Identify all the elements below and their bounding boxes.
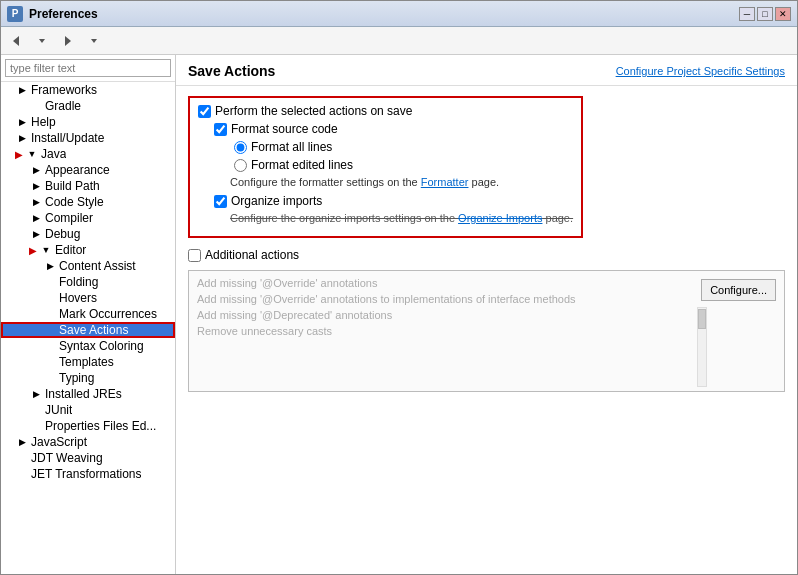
sidebar-item-appearance[interactable]: ▶ Appearance (1, 162, 175, 178)
list-item: Add missing '@Deprecated' annotations (197, 307, 685, 323)
sidebar-item-hovers[interactable]: Hovers (1, 290, 175, 306)
sidebar-item-mark-occurrences[interactable]: Mark Occurrences (1, 306, 175, 322)
organize-imports-link[interactable]: Organize Imports (458, 212, 542, 224)
sidebar-item-code-style[interactable]: ▶ Code Style (1, 194, 175, 210)
sidebar-item-compiler[interactable]: ▶ Compiler (1, 210, 175, 226)
expand-java-icon[interactable]: ▼ (25, 147, 39, 161)
sidebar-item-editor[interactable]: ▶ ▼ Editor (1, 242, 175, 258)
sidebar-item-junit[interactable]: JUnit (1, 402, 175, 418)
sidebar-item-content-assist[interactable]: ▶ Content Assist (1, 258, 175, 274)
sidebar-item-folding[interactable]: Folding (1, 274, 175, 290)
format-all-radio[interactable] (234, 141, 247, 154)
sidebar-item-debug[interactable]: ▶ Debug (1, 226, 175, 242)
additional-actions-label: Additional actions (205, 248, 299, 262)
list-items-area: Add missing '@Override' annotations Add … (189, 271, 693, 391)
perform-label: Perform the selected actions on save (215, 104, 412, 118)
configure-button[interactable]: Configure... (701, 279, 776, 301)
expand-typing-icon (43, 371, 57, 385)
list-item: Add missing '@Override' annotations to i… (197, 291, 685, 307)
perform-checkbox-row: Perform the selected actions on save (198, 104, 573, 118)
configure-btn-area: Configure... (693, 271, 784, 391)
expand-debug-icon[interactable]: ▶ (29, 227, 43, 241)
organize-imports-label: Organize imports (231, 194, 322, 208)
additional-actions-row: Additional actions (188, 248, 785, 262)
forward-dropdown-button[interactable] (83, 30, 105, 52)
sidebar-item-templates[interactable]: Templates (1, 354, 175, 370)
list-scrollbar[interactable] (697, 307, 707, 387)
java-collapse-arrow: ▶ (15, 149, 23, 160)
expand-jres-icon[interactable]: ▶ (29, 387, 43, 401)
sidebar-item-gradle[interactable]: Gradle (1, 98, 175, 114)
expand-hovers-icon (43, 291, 57, 305)
expand-build-icon[interactable]: ▶ (29, 179, 43, 193)
expand-compiler-icon[interactable]: ▶ (29, 211, 43, 225)
format-edited-radio[interactable] (234, 159, 247, 172)
titlebar: P Preferences ─ □ ✕ (1, 1, 797, 27)
svg-marker-1 (39, 39, 45, 43)
organize-imports-row: Organize imports (214, 194, 573, 208)
preferences-window: P Preferences ─ □ ✕ ▶ (0, 0, 798, 575)
minimize-button[interactable]: ─ (739, 7, 755, 21)
formatter-link[interactable]: Formatter (421, 176, 469, 188)
expand-appearance-icon[interactable]: ▶ (29, 163, 43, 177)
format-all-label: Format all lines (251, 140, 332, 154)
sidebar-item-jet-transformations[interactable]: JET Transformations (1, 466, 175, 482)
list-item: Add missing '@Override' annotations (197, 275, 685, 291)
back-dropdown-button[interactable] (31, 30, 53, 52)
expand-code-style-icon[interactable]: ▶ (29, 195, 43, 209)
forward-button[interactable] (57, 30, 79, 52)
list-body: Add missing '@Override' annotations Add … (189, 271, 784, 391)
format-source-label: Format source code (231, 122, 338, 136)
filter-input[interactable] (5, 59, 171, 77)
format-edited-label: Format edited lines (251, 158, 353, 172)
maximize-button[interactable]: □ (757, 7, 773, 21)
sidebar-item-javascript[interactable]: ▶ JavaScript (1, 434, 175, 450)
sidebar-item-java[interactable]: ▶ ▼ Java (1, 146, 175, 162)
sidebar-item-properties[interactable]: Properties Files Ed... (1, 418, 175, 434)
expand-javascript-icon[interactable]: ▶ (15, 435, 29, 449)
configure-project-link[interactable]: Configure Project Specific Settings (616, 65, 785, 77)
expand-gradle-icon (29, 99, 43, 113)
sidebar: ▶ Frameworks Gradle ▶ Help ▶ Install/Upd… (1, 55, 176, 574)
formatter-text-row: Configure the formatter settings on the … (230, 176, 573, 188)
additional-actions-list: Add missing '@Override' annotations Add … (188, 270, 785, 392)
sidebar-item-build-path[interactable]: ▶ Build Path (1, 178, 175, 194)
sidebar-item-jdt-weaving[interactable]: JDT Weaving (1, 450, 175, 466)
expand-junit-icon (29, 403, 43, 417)
format-source-row: Format source code (214, 122, 573, 136)
expand-save-actions-icon (43, 323, 57, 337)
app-icon: P (7, 6, 23, 22)
back-button[interactable] (5, 30, 27, 52)
perform-section-box: Perform the selected actions on save For… (188, 96, 583, 238)
sidebar-item-help[interactable]: ▶ Help (1, 114, 175, 130)
content-header: Save Actions Configure Project Specific … (176, 55, 797, 86)
expand-editor-icon[interactable]: ▼ (39, 243, 53, 257)
expand-syntax-icon (43, 339, 57, 353)
close-button[interactable]: ✕ (775, 7, 791, 21)
sidebar-item-save-actions[interactable]: Save Actions (1, 322, 175, 338)
perform-checkbox[interactable] (198, 105, 211, 118)
additional-actions-checkbox[interactable] (188, 249, 201, 262)
expand-help-icon[interactable]: ▶ (15, 115, 29, 129)
format-source-checkbox[interactable] (214, 123, 227, 136)
expand-properties-icon (29, 419, 43, 433)
expand-templates-icon (43, 355, 57, 369)
content-area: Save Actions Configure Project Specific … (176, 55, 797, 574)
expand-jdt-icon (15, 451, 29, 465)
svg-marker-2 (65, 36, 71, 46)
format-all-row: Format all lines (234, 140, 573, 154)
sidebar-item-syntax-coloring[interactable]: Syntax Coloring (1, 338, 175, 354)
sidebar-item-install-update[interactable]: ▶ Install/Update (1, 130, 175, 146)
svg-marker-0 (13, 36, 19, 46)
organize-imports-checkbox[interactable] (214, 195, 227, 208)
sidebar-item-typing[interactable]: Typing (1, 370, 175, 386)
sidebar-item-installed-jres[interactable]: ▶ Installed JREs (1, 386, 175, 402)
expand-install-icon[interactable]: ▶ (15, 131, 29, 145)
expand-mark-icon (43, 307, 57, 321)
list-item: Remove unnecessary casts (197, 323, 685, 339)
sidebar-item-frameworks[interactable]: ▶ Frameworks (1, 82, 175, 98)
expand-content-assist-icon[interactable]: ▶ (43, 259, 57, 273)
expand-frameworks-icon[interactable]: ▶ (15, 83, 29, 97)
scroll-thumb (698, 309, 706, 329)
content-body: Perform the selected actions on save For… (176, 86, 797, 574)
